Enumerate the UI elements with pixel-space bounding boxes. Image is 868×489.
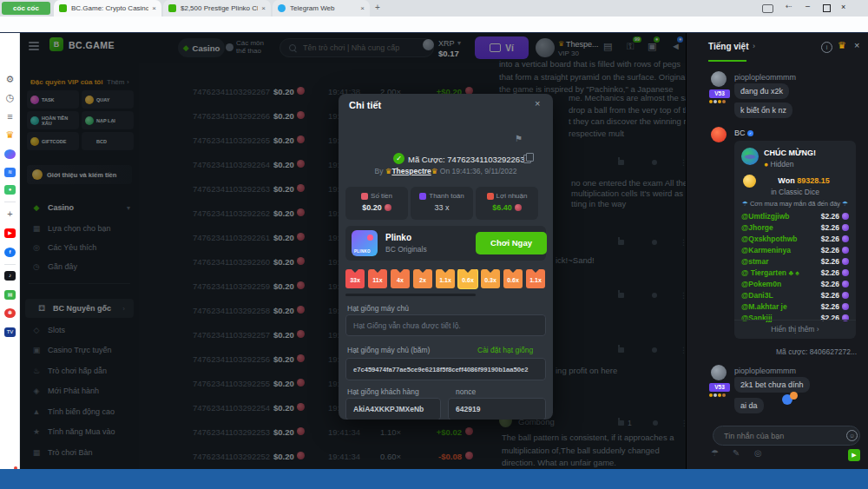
client-seed-field[interactable]: AkiA4XKKPJMXeNb: [345, 398, 441, 420]
media-controls-icon[interactable]: [762, 4, 773, 13]
show-more-link[interactable]: Hiển thị thêm ›: [734, 325, 856, 334]
rain-winner-row: @M.akhtar je $2.26: [734, 301, 856, 312]
vip-crown-icon[interactable]: ♛: [3, 129, 16, 142]
server-seed-field[interactable]: Hạt Giống vẫn chưa được tiết lộ.: [345, 314, 546, 336]
chat-avatar[interactable]: [711, 71, 727, 87]
window-maximize-button[interactable]: [823, 4, 831, 12]
chat-message: đang đu x2k: [734, 83, 789, 99]
browser-tab-telegram[interactable]: Telegram Web ×: [273, 0, 370, 17]
chat-message: ai da: [734, 398, 764, 413]
chart-app-icon[interactable]: ≋: [3, 166, 16, 179]
share-bet-icon[interactable]: ⚑: [515, 134, 523, 143]
multiplier-chip: 33x: [345, 269, 365, 288]
winner-username[interactable]: @Karmeninya: [741, 246, 821, 254]
chevron-right-icon[interactable]: ›: [753, 42, 755, 50]
chat-language[interactable]: Tiếng việt: [708, 42, 749, 51]
bet-link[interactable]: Mã cược: 8406627272...: [687, 347, 857, 356]
modal-close-icon[interactable]: ×: [535, 98, 540, 109]
emoji-picker-icon[interactable]: ☺: [846, 430, 858, 441]
winner-username[interactable]: @Umtlizgjiwb: [741, 212, 821, 221]
browser-tab-plinko-challenge[interactable]: $2,500 Prestige Plinko Challe ×: [163, 0, 271, 17]
chat-avatar[interactable]: [711, 365, 727, 380]
bettor-name[interactable]: Thespectre: [391, 167, 431, 175]
coin-icon: [385, 204, 391, 211]
rain-winner-row: @Umtlizgjiwb $2.26: [734, 210, 856, 221]
info-icon[interactable]: i: [821, 42, 832, 53]
multiplier-chip: 11x: [368, 269, 387, 288]
server-seed-hash-field[interactable]: e7c459474fa77ae5ce9e6218f5f8ceff4086f991…: [345, 358, 546, 380]
verified-check-icon: ✓: [393, 153, 404, 164]
scrollbar-horizontal[interactable]: [345, 294, 476, 296]
settings-gear-icon[interactable]: ⚙: [3, 73, 16, 86]
rain-tip-icon[interactable]: ☂: [711, 448, 719, 458]
wallet-icon: [419, 193, 426, 200]
trophy-icon[interactable]: ♛: [838, 40, 846, 51]
copy-icon[interactable]: [523, 155, 531, 163]
coin-toggle-icon[interactable]: ◎: [754, 448, 762, 458]
facebook-icon[interactable]: f: [3, 246, 16, 259]
coccoc-logo[interactable]: cốc cốc: [2, 2, 50, 15]
winner-username[interactable]: @Jhorge: [741, 223, 821, 232]
add-shortcut-icon[interactable]: +: [3, 208, 16, 221]
tiktok-icon[interactable]: ♪: [3, 269, 16, 282]
browser-tab-bcgame[interactable]: BC.Game: Crypto Casino Gam ×: [54, 0, 161, 17]
winner-amount: $2.26: [821, 291, 839, 300]
won-amount: 89328.15: [797, 176, 830, 185]
modal-title: Chi tiết: [349, 100, 381, 110]
winner-avatar: [741, 148, 759, 165]
winner-username[interactable]: @stmar: [741, 257, 821, 266]
multiplier-chip: 0.3x: [481, 269, 500, 288]
tab-close-icon[interactable]: ×: [152, 4, 156, 12]
rain-winners-list: @Umtlizgjiwb $2.26 @Jhorge $2.26 @Qxskhp…: [734, 210, 856, 323]
history-icon[interactable]: ◷: [3, 91, 16, 104]
youtube-icon[interactable]: ▶: [3, 227, 16, 240]
medal-icon: ●: [764, 160, 768, 169]
reading-list-icon[interactable]: ≡: [3, 110, 16, 123]
chat-username[interactable]: pioplopleommmm: [734, 367, 796, 375]
winner-amount: $2.26: [821, 223, 839, 232]
rain-winner-row: @Jhorge $2.26: [734, 221, 856, 233]
send-button[interactable]: ▶: [848, 449, 860, 461]
messenger-icon[interactable]: [3, 148, 16, 161]
rain-winner-row: @stmar $2.26: [734, 255, 856, 267]
stat-profit: Lợi nhuận $6.40: [476, 187, 538, 220]
winner-username[interactable]: @Dani3L: [741, 291, 821, 300]
game-app-icon[interactable]: ●: [3, 183, 16, 196]
bc-bot-avatar: [711, 127, 727, 142]
winner-username[interactable]: @ Tiergarten ♣ ♠: [741, 268, 821, 277]
play-now-button[interactable]: Chơi Ngay: [476, 232, 547, 254]
bcd-coin-icon: [842, 235, 849, 242]
multiplier-chip: 1.1x: [526, 269, 545, 288]
tab-close-icon[interactable]: ×: [261, 4, 266, 12]
new-tab-button[interactable]: +: [375, 3, 380, 12]
winner-username[interactable]: @Pokem0n: [741, 280, 821, 288]
game-provider: BC Originals: [385, 245, 427, 254]
won-game: in Classic Dice: [734, 188, 856, 196]
tab-close-icon[interactable]: ×: [360, 4, 365, 12]
multiplier-chip: 0.6x: [458, 269, 477, 288]
tab-search-icon[interactable]: ⇠: [786, 2, 792, 10]
window-minimize-button[interactable]: –: [806, 2, 810, 10]
chat-username[interactable]: pioplopleommmm: [734, 73, 796, 82]
winner-username[interactable]: @Sankjjj: [741, 314, 821, 322]
winner-username[interactable]: @Qxskhpothwb: [741, 235, 821, 243]
tv-app-icon[interactable]: TV: [3, 326, 16, 339]
flower-app-icon[interactable]: ✽: [3, 307, 16, 320]
chat-input[interactable]: [722, 431, 838, 441]
plinko-thumbnail[interactable]: PLINKO: [352, 230, 378, 256]
seed-settings-link[interactable]: Cài đặt hạt giống: [477, 346, 533, 354]
chat-tab-indicator: [708, 60, 746, 62]
shop-icon[interactable]: ▤: [3, 288, 16, 301]
coccoc-sidebar: ⚙ ◷ ≡ ♛ ≋ ● + ▶ f ♪ ▤ ✽ TV ⚿ ⋯: [0, 33, 20, 469]
rules-pencil-icon[interactable]: ✎: [733, 448, 740, 458]
chat-panel: Tiếng việt › i ♛ × V53 pioplopleommmm đa…: [686, 33, 868, 469]
bcgame-favicon: [168, 4, 176, 12]
screen: cốc cốc BC.Game: Crypto Casino Gam × $2,…: [0, 0, 868, 489]
chat-close-icon[interactable]: ×: [854, 40, 859, 50]
winner-username[interactable]: @M.akhtar je: [741, 302, 821, 311]
window-close-button[interactable]: ×: [841, 3, 845, 11]
emoji-reaction-orange[interactable]: [790, 392, 798, 400]
winner-amount: $2.26: [821, 235, 839, 243]
nonce-field[interactable]: 642919: [448, 398, 546, 420]
multiplier-chip: 2x: [413, 269, 432, 288]
